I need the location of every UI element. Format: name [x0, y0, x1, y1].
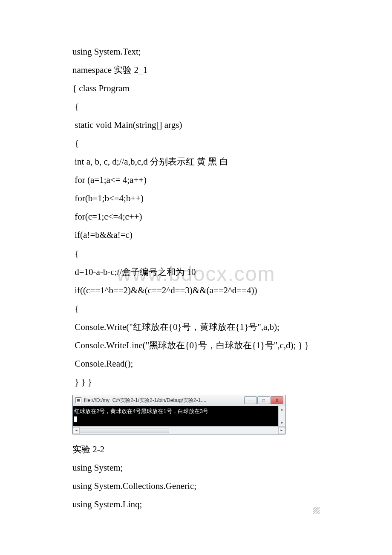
code-line: { class Program [72, 79, 320, 98]
code-line: for (a=1;a<= 4;a++) [72, 171, 320, 189]
console-app-icon [75, 397, 81, 403]
code-line: int a, b, c, d;//a,b,c,d 分别表示红 黄 黑 白 [72, 153, 320, 171]
horizontal-scrollbar[interactable]: ◄ ► [73, 426, 285, 434]
console-title: file:///D:/my_C#/实验2-1/实验2-1/bin/Debug/实… [84, 397, 244, 404]
console-cursor [74, 416, 77, 422]
code-line: for(c=1;c<=4;c++) [72, 208, 320, 226]
code-line: { [72, 134, 320, 153]
code-line: Console.Write("红球放在{0}号，黄球放在{1}号",a,b); [72, 318, 320, 336]
code-line: { [72, 98, 320, 116]
code-block-2: using System; using System.Collections.G… [72, 459, 320, 514]
code-line: } } } [72, 373, 320, 391]
code-line: if((c==1^b==2)&&(c==2^d==3)&&(a==2^d==4)… [72, 281, 320, 300]
code-line: using System.Text; [72, 43, 320, 61]
section-title: 实验 2-2 [72, 440, 320, 459]
code-line: d=10-a-b-c;//盒子编号之和为 10 [72, 263, 320, 281]
code-line: namespace 实验 2_1 [72, 61, 320, 79]
console-titlebar[interactable]: file:///D:/my_C#/实验2-1/实验2-1/bin/Debug/实… [73, 395, 285, 406]
console-output-line: 红球放在2号，黄球放在4号黑球放在1号，白球放在3号 [74, 408, 208, 414]
scroll-left-icon[interactable]: ◄ [73, 427, 80, 434]
minimize-button[interactable]: — [244, 396, 257, 404]
code-line: for(b=1;b<=4;b++) [72, 189, 320, 208]
code-line: Console.Read(); [72, 355, 320, 373]
scroll-thumb[interactable] [80, 428, 169, 433]
scroll-right-icon[interactable]: ► [278, 427, 285, 434]
code-line: static void Main(string[] args) [72, 116, 320, 134]
code-block-1: using System.Text; namespace 实验 2_1 { cl… [72, 43, 320, 391]
code-line: { [72, 300, 320, 318]
scroll-down-icon[interactable]: ▼ [279, 419, 285, 426]
code-line: { [72, 245, 320, 263]
maximize-button[interactable]: □ [257, 396, 270, 404]
code-line: if(a!=b&&a!=c) [72, 226, 320, 244]
console-window: file:///D:/my_C#/实验2-1/实验2-1/bin/Debug/实… [72, 395, 285, 434]
close-button[interactable]: X [271, 396, 283, 404]
code-line: using System.Linq; [72, 495, 320, 514]
code-line: using System; [72, 459, 320, 477]
document-content: using System.Text; namespace 实验 2_1 { cl… [72, 43, 320, 514]
code-line: Console.WriteLine("黑球放在{0}号，白球放在{1}号",c,… [72, 336, 320, 355]
scroll-up-icon[interactable]: ▲ [279, 406, 285, 413]
code-line: using System.Collections.Generic; [72, 477, 320, 495]
console-output-area: 红球放在2号，黄球放在4号黑球放在1号，白球放在3号 ▲ ▼ [73, 406, 285, 426]
vertical-scrollbar[interactable]: ▲ ▼ [278, 406, 285, 426]
scroll-track[interactable] [80, 428, 278, 434]
